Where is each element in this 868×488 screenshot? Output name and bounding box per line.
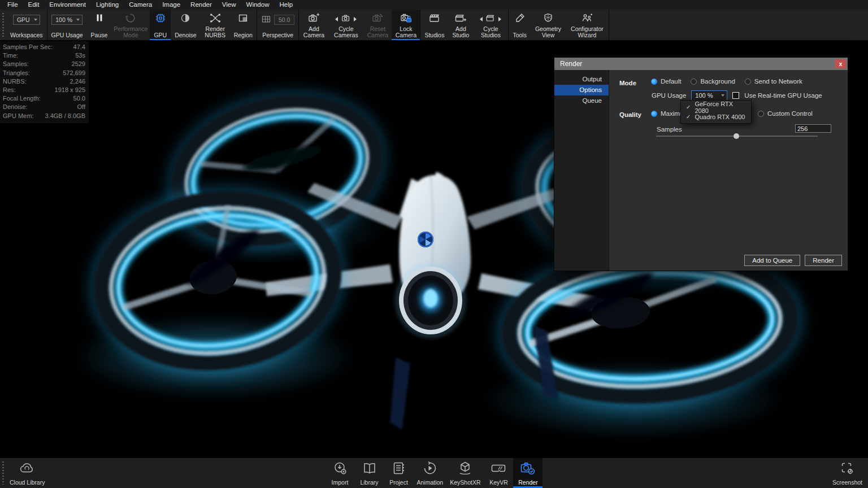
samples-slider-handle[interactable] (734, 133, 739, 139)
chevron-down-icon (721, 94, 724, 97)
stat-focal-length: Focal Length:50.0 (3, 94, 85, 103)
keyvr-button[interactable]: KeyVR (484, 458, 513, 488)
gpu-device-geforce[interactable]: ✓ GeForce RTX 2080 (681, 102, 751, 112)
render-dialog-sidebar: Output Options Queue (554, 70, 609, 271)
toolbar-drag-handle[interactable] (2, 13, 4, 37)
keyshotxr-label: KeyShotXR (450, 479, 480, 486)
menu-edit[interactable]: Edit (23, 0, 45, 10)
geometry-view-button[interactable]: Geometry View (531, 10, 566, 40)
quality-radio-custom-control[interactable]: Custom Control (758, 110, 813, 117)
studios-button[interactable]: Studios (420, 10, 448, 40)
library-book-icon (362, 461, 377, 478)
screenshot-label: Screenshot (832, 479, 862, 486)
menu-help[interactable]: Help (274, 0, 298, 10)
cycle-right-arrow-icon[interactable] (354, 17, 357, 21)
cycle-cameras-icon (340, 12, 351, 26)
gpu-device-quadro[interactable]: ✓ Quadro RTX 4000 (681, 112, 751, 121)
cycle-right-arrow-icon[interactable] (498, 17, 501, 21)
mode-radio-send-to-network[interactable]: Send to Network (745, 78, 802, 85)
gpu-usage-control[interactable]: 100 % GPU Usage (47, 10, 87, 40)
gpu-usage-label: GPU Usage (51, 32, 83, 39)
menu-environment[interactable]: Environment (44, 0, 91, 10)
cycle-left-arrow-icon[interactable] (335, 17, 338, 21)
denoise-button[interactable]: Denoise (171, 10, 201, 40)
quality-custom-control-label: Custom Control (767, 110, 813, 117)
perspective-control[interactable]: 50.0 Perspective (257, 10, 298, 40)
radio-icon (745, 79, 751, 85)
render-nurbs-label: Render NURBS (205, 26, 226, 39)
realtime-gpu-usage-checkbox[interactable] (732, 92, 739, 99)
stat-gpu-mem: GPU Mem:3.4GB / 8.0GB (3, 112, 85, 120)
lock-camera-icon (400, 12, 412, 26)
gpu-usage-dialog-dropdown[interactable]: 100 % (691, 90, 727, 101)
gpu-usage-dropdown[interactable]: 100 % (51, 15, 83, 25)
mode-radio-background[interactable]: Background (691, 78, 735, 85)
add-studio-button[interactable]: Add Studio (448, 10, 473, 40)
region-label: Region (234, 32, 253, 39)
screenshot-button[interactable]: Screenshot (829, 458, 866, 488)
gpu-mode-button[interactable]: GPU (150, 10, 171, 40)
region-button[interactable]: Region (230, 10, 257, 40)
perspective-label: Perspective (262, 32, 293, 39)
studios-clapperboard-icon (428, 12, 441, 26)
menu-window[interactable]: Window (241, 0, 275, 10)
focal-length-field[interactable]: 50.0 (274, 15, 294, 25)
realtime-gpu-usage-label: Use Real-time GPU Usage (744, 92, 822, 99)
menu-image[interactable]: Image (157, 0, 185, 10)
render-dialog-titlebar[interactable]: Render x (554, 58, 848, 70)
pause-button[interactable]: Pause (87, 10, 112, 40)
performance-mode-button: Performance Mode (111, 10, 150, 40)
import-button[interactable]: Import (326, 458, 355, 488)
workspaces-dropdown[interactable]: GPU (13, 15, 40, 25)
render-stats-overlay: Samples Per Sec:47.4 Time:53s Samples:25… (0, 41, 89, 123)
library-button[interactable]: Library (355, 458, 384, 488)
menu-bar: File Edit Environment Lighting Camera Im… (0, 0, 868, 10)
cycle-studios-button[interactable]: Cycle Studios (473, 10, 508, 40)
import-label: Import (332, 479, 349, 486)
performance-mode-label: Performance Mode (114, 26, 147, 39)
animation-button[interactable]: Animation (414, 458, 447, 488)
tab-options[interactable]: Options (554, 85, 609, 95)
render-dialog-title: Render (560, 60, 582, 68)
main-toolbar: GPU Workspaces 100 % GPU Usage Pause Per… (0, 10, 868, 41)
menu-lighting[interactable]: Lighting (91, 0, 124, 10)
cycle-cameras-button[interactable]: Cycle Cameras (328, 10, 363, 40)
stat-nurbs: NURBS:2,246 (3, 77, 85, 86)
workspaces-dropdown-value: GPU (17, 16, 30, 23)
tab-output[interactable]: Output (554, 74, 609, 85)
samples-slider[interactable] (656, 132, 818, 140)
mode-radio-default[interactable]: Default (651, 78, 681, 85)
render-nurbs-button[interactable]: Render NURBS (201, 10, 230, 40)
render-button[interactable]: Render (805, 255, 842, 266)
project-label: Project (389, 479, 408, 486)
menu-render[interactable]: Render (185, 0, 217, 10)
gpu-usage-dialog-label: GPU Usage (652, 92, 686, 99)
configurator-wizard-icon (581, 12, 593, 26)
add-studio-label: Add Studio (452, 26, 469, 39)
gpu-mode-label: GPU (154, 32, 167, 39)
tab-queue[interactable]: Queue (554, 95, 609, 106)
menu-view[interactable]: View (217, 0, 241, 10)
project-button[interactable]: Project (384, 458, 414, 488)
workspaces-control[interactable]: GPU Workspaces (6, 10, 47, 40)
pause-icon (95, 13, 104, 25)
keyshotxr-button[interactable]: KeyShotXR (446, 458, 484, 488)
lock-camera-button[interactable]: Lock Camera (392, 10, 420, 40)
cycle-left-arrow-icon[interactable] (480, 17, 483, 21)
radio-icon (758, 111, 764, 117)
tools-button[interactable]: Tools (509, 10, 531, 40)
mode-default-label: Default (661, 78, 681, 85)
chevron-down-icon (34, 19, 37, 21)
samples-value-input[interactable] (795, 124, 831, 133)
keyvr-headset-icon (491, 461, 506, 477)
add-camera-button[interactable]: Add Camera (299, 10, 328, 40)
menu-camera[interactable]: Camera (124, 0, 157, 10)
menu-file[interactable]: File (2, 0, 23, 10)
close-icon[interactable]: x (835, 59, 846, 68)
configurator-wizard-button[interactable]: Configurator Wizard (566, 10, 609, 40)
add-to-queue-button[interactable]: Add to Queue (744, 255, 800, 266)
render-output-button[interactable]: Render (513, 458, 542, 488)
animation-label: Animation (417, 479, 444, 486)
geometry-shield-icon (542, 12, 554, 26)
cycle-cameras-label: Cycle Cameras (332, 26, 359, 39)
